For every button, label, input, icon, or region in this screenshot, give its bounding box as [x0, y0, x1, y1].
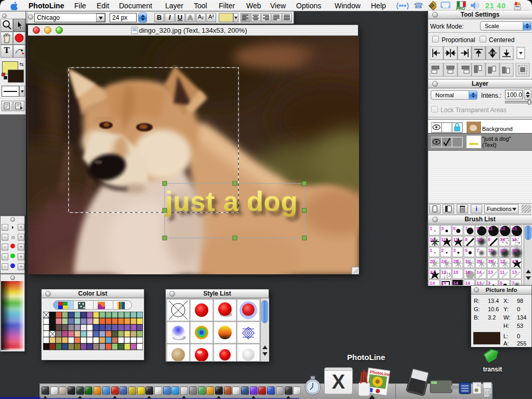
svg-text:1: 1	[430, 248, 432, 253]
svg-text:15: 15	[512, 237, 517, 242]
svg-text:just a dog: just a dog	[165, 186, 298, 217]
svg-text:13: 13	[488, 270, 493, 275]
svg-text:5: 5	[465, 248, 468, 253]
svg-text:7: 7	[465, 226, 468, 231]
svg-text:8: 8	[488, 237, 490, 242]
svg-text:24: 24	[441, 259, 446, 264]
svg-text:23: 23	[512, 248, 517, 253]
svg-text:10: 10	[488, 248, 493, 253]
svg-text:14: 14	[453, 281, 458, 285]
svg-text:11: 11	[500, 270, 505, 275]
svg-text:5: 5	[453, 226, 456, 231]
svg-text:15: 15	[500, 248, 505, 253]
svg-text:9: 9	[476, 226, 479, 231]
svg-text:8: 8	[465, 237, 468, 242]
svg-text:32: 32	[430, 270, 435, 275]
svg-text:10: 10	[453, 270, 458, 275]
svg-text:12: 12	[430, 237, 435, 242]
svg-text:12: 12	[500, 259, 505, 264]
svg-text:16: 16	[465, 270, 470, 275]
svg-text:3: 3	[488, 281, 490, 285]
svg-text:2: 2	[441, 248, 444, 253]
svg-text:35: 35	[476, 259, 482, 264]
svg-text:15: 15	[512, 226, 517, 231]
svg-text:14: 14	[476, 270, 482, 275]
svg-text:12: 12	[441, 270, 446, 275]
svg-text:11: 11	[441, 237, 446, 242]
svg-text:20: 20	[430, 259, 435, 264]
svg-text:10: 10	[476, 237, 482, 242]
svg-text:1: 1	[430, 226, 432, 231]
svg-text:13: 13	[500, 226, 505, 231]
svg-text:5: 5	[500, 281, 502, 285]
svg-text:31: 31	[465, 259, 470, 264]
svg-text:13: 13	[476, 281, 482, 285]
svg-text:28: 28	[453, 259, 458, 264]
svg-text:11: 11	[488, 226, 493, 231]
svg-text:A: A	[188, 14, 193, 22]
svg-text:14: 14	[465, 281, 470, 285]
svg-text:38: 38	[488, 259, 493, 264]
svg-text:14: 14	[430, 281, 435, 285]
svg-text:41: 41	[512, 259, 517, 264]
svg-text:14: 14	[500, 237, 505, 242]
svg-text:3: 3	[441, 226, 444, 231]
svg-text:11: 11	[453, 237, 458, 242]
svg-text:3: 3	[453, 248, 456, 253]
svg-text:13: 13	[512, 270, 517, 275]
svg-text:7: 7	[476, 248, 479, 253]
svg-text:7: 7	[512, 281, 514, 285]
svg-text:14: 14	[441, 281, 446, 285]
